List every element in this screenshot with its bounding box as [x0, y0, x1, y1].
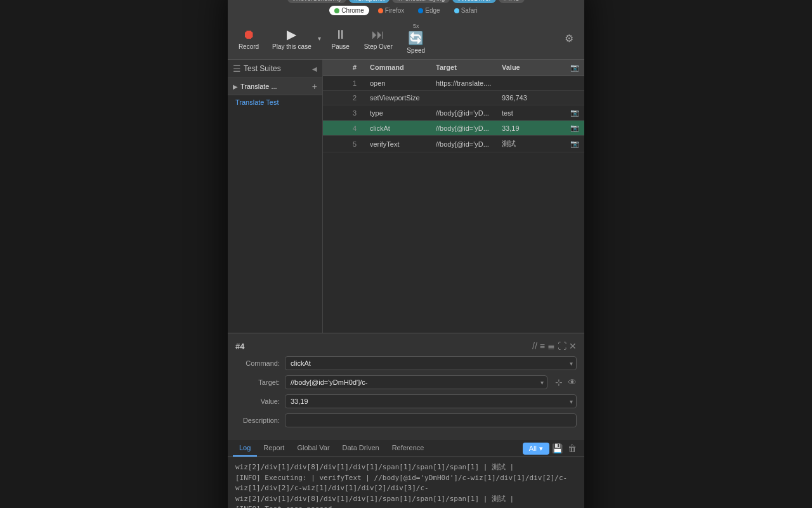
- play-icon: ▶: [287, 27, 296, 42]
- row-value: 936,743: [499, 91, 565, 105]
- command-row: Command: clickAt ▾: [235, 356, 577, 370]
- save-log-icon[interactable]: 💾: [549, 443, 565, 453]
- test-item[interactable]: Translate Test: [228, 95, 322, 109]
- step-button[interactable]: ⏭ Step Over: [359, 25, 398, 53]
- menu-icon[interactable]: ☰: [233, 64, 241, 74]
- close-icon[interactable]: ✕: [569, 341, 577, 351]
- tab-report[interactable]: Report: [257, 440, 291, 457]
- value-row: Value: 33,19 ▾: [235, 394, 577, 408]
- pause-button[interactable]: ⏸ Pause: [325, 25, 357, 53]
- record-button[interactable]: ⏺ Record: [233, 25, 265, 53]
- tab-globalvar[interactable]: Global Var: [291, 440, 336, 457]
- table-row[interactable]: 2 setViewportSize 936,743: [323, 91, 584, 105]
- safari-dot-icon: [454, 8, 459, 13]
- step-icon: ⏭: [372, 27, 384, 42]
- app-window: Rapi Recorder 4.0.0 #HoverSensitivity #S…: [228, 0, 584, 508]
- tag-tac[interactable]: #TAC: [499, 0, 525, 3]
- content-area: ☰ Test Suites ◀ ▶ Translate ... + Transl…: [228, 60, 584, 333]
- chrome-dot-icon: [334, 8, 339, 13]
- row-target: //body[@id='yD...: [433, 121, 499, 135]
- expand-icon[interactable]: ⛶: [558, 341, 566, 351]
- target-select[interactable]: //body[@id='yDmH0d']/c-: [285, 375, 547, 389]
- row-value: 測試: [499, 136, 565, 152]
- row-num: 1: [342, 76, 367, 90]
- table-row[interactable]: 5 verifyText //body[@id='yD... 測試 📷: [323, 136, 584, 152]
- log-line: [INFO] Test case passed: [235, 504, 577, 508]
- browser-edge[interactable]: Edge: [413, 6, 445, 15]
- main-toolbar: ⏺ Record ▶ Play this case ▾ ⏸ Pause ⏭ St…: [228, 18, 584, 60]
- command-select[interactable]: clickAt: [285, 356, 577, 370]
- tag-snapshot[interactable]: #Snapshot: [349, 0, 390, 3]
- table-row[interactable]: 1 open https://translate....: [323, 76, 584, 91]
- speed-icon: 🔄: [408, 30, 424, 46]
- description-row: Description:: [235, 413, 577, 427]
- eye-icon[interactable]: 👁: [568, 377, 577, 387]
- tag-periodicalplaying[interactable]: #PeriodalPlaying: [392, 0, 450, 3]
- row-num: 3: [342, 106, 367, 120]
- speed-button[interactable]: 5x 🔄 Speed: [400, 20, 432, 57]
- col-command: Command: [367, 60, 433, 76]
- play-group: ▶ Play this case ▾: [267, 24, 322, 53]
- row-target: //body[@id='yD...: [433, 106, 499, 120]
- tab-log[interactable]: Log: [233, 440, 257, 457]
- tab-reference[interactable]: Reference: [386, 440, 431, 457]
- row-num: 2: [342, 91, 367, 105]
- description-input[interactable]: [285, 413, 577, 427]
- row-check: [323, 141, 342, 147]
- browser-firefox[interactable]: Firefox: [373, 6, 410, 15]
- indent-icon[interactable]: ≡: [540, 341, 545, 351]
- description-label: Description:: [235, 417, 280, 424]
- firefox-dot-icon: [378, 8, 383, 13]
- col-target: Target: [433, 60, 499, 76]
- tag-webdriver[interactable]: #WebDriver: [452, 0, 496, 3]
- row-check: [323, 80, 342, 86]
- row-target: https://translate....: [433, 76, 499, 90]
- sidebar: ☰ Test Suites ◀ ▶ Translate ... + Transl…: [228, 60, 323, 333]
- settings-button[interactable]: ⚙: [559, 29, 579, 49]
- play-dropdown-icon[interactable]: ▾: [317, 35, 322, 42]
- value-select-wrapper: 33,19 ▾: [285, 394, 577, 408]
- row-command: clickAt: [367, 121, 433, 135]
- row-command: setViewportSize: [367, 91, 433, 105]
- tags-row: #HoverSensitivity #Snapshot #PeriodalPla…: [287, 0, 525, 3]
- tag-hoversensitivity[interactable]: #HoverSensitivity: [287, 0, 346, 3]
- clear-log-icon[interactable]: 🗑: [565, 443, 579, 453]
- tags-toolbar: #HoverSensitivity #Snapshot #PeriodalPla…: [228, 0, 584, 18]
- comment-icon[interactable]: //: [532, 341, 537, 351]
- detail-panel: #4 // ≡ ≣ ⛶ ✕ Command: clickAt ▾ Target:: [228, 333, 584, 440]
- row-check: [323, 125, 342, 131]
- col-num: #: [342, 60, 367, 76]
- add-test-icon[interactable]: +: [312, 81, 317, 91]
- row-target: //body[@id='yD...: [433, 137, 499, 151]
- sidebar-header: ☰ Test Suites ◀: [228, 60, 322, 78]
- browser-chrome[interactable]: Chrome: [329, 6, 369, 15]
- detail-row-num: #4: [235, 342, 532, 351]
- row-value: [499, 80, 565, 86]
- value-label: Value:: [235, 398, 280, 405]
- command-label: Command:: [235, 359, 280, 367]
- row-camera: 📷: [565, 137, 584, 151]
- log-line: wiz[2]/div[1]/div[8]/div[1]/div[1]/span[…: [235, 462, 577, 473]
- log-line: [INFO] Executing: | verifyText | //body[…: [235, 473, 577, 505]
- collapse-icon[interactable]: ◀: [312, 65, 317, 72]
- play-button[interactable]: ▶ Play this case: [267, 24, 317, 53]
- row-target: [433, 95, 499, 101]
- pause-icon: ⏸: [334, 27, 347, 42]
- value-select[interactable]: 33,19: [285, 394, 577, 408]
- filter-button[interactable]: All ▾: [523, 443, 549, 455]
- tab-datadriven[interactable]: Data Driven: [336, 440, 386, 457]
- outdent-icon[interactable]: ≣: [547, 341, 555, 351]
- row-camera: 📷: [565, 121, 584, 135]
- row-command: type: [367, 106, 433, 120]
- browser-safari[interactable]: Safari: [449, 6, 483, 15]
- suite-item[interactable]: ▶ Translate ... +: [228, 78, 322, 95]
- table-header: # Command Target Value 📷: [323, 60, 584, 76]
- cursor-icon[interactable]: ⊹: [555, 377, 563, 387]
- sidebar-title: Test Suites: [244, 64, 310, 73]
- detail-header-icons: // ≡ ≣ ⛶ ✕: [532, 341, 577, 351]
- browser-row: Chrome Firefox Edge Safari: [329, 6, 483, 15]
- table-row[interactable]: 3 type //body[@id='yD... test 📷: [323, 105, 584, 121]
- row-num: 5: [342, 137, 367, 151]
- target-select-wrapper: //body[@id='yDmH0d']/c- ▾: [285, 375, 547, 389]
- table-row[interactable]: 4 clickAt //body[@id='yD... 33,19 📷: [323, 121, 584, 136]
